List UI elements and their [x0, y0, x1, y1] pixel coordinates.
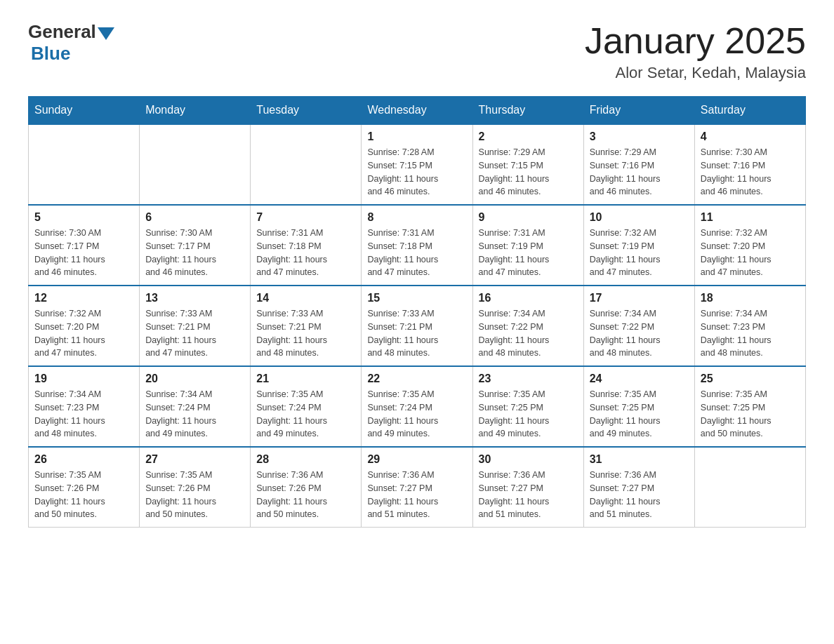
weekday-header-tuesday: Tuesday	[251, 97, 362, 125]
day-number: 13	[145, 292, 244, 304]
page-header: General Blue January 2025 Alor Setar, Ke…	[28, 21, 806, 82]
calendar-week-1: 1Sunrise: 7:28 AM Sunset: 7:15 PM Daylig…	[29, 124, 806, 205]
calendar-cell: 20Sunrise: 7:34 AM Sunset: 7:24 PM Dayli…	[140, 366, 251, 447]
day-info: Sunrise: 7:30 AM Sunset: 7:17 PM Dayligh…	[34, 227, 133, 279]
calendar-cell	[694, 447, 805, 528]
day-info: Sunrise: 7:36 AM Sunset: 7:26 PM Dayligh…	[256, 469, 355, 521]
weekday-header-row: SundayMondayTuesdayWednesdayThursdayFrid…	[29, 97, 806, 125]
calendar-table: SundayMondayTuesdayWednesdayThursdayFrid…	[28, 96, 806, 528]
calendar-cell: 16Sunrise: 7:34 AM Sunset: 7:22 PM Dayli…	[472, 286, 583, 366]
day-info: Sunrise: 7:30 AM Sunset: 7:17 PM Dayligh…	[145, 227, 244, 279]
calendar-cell: 28Sunrise: 7:36 AM Sunset: 7:26 PM Dayli…	[251, 447, 362, 528]
calendar-cell: 19Sunrise: 7:34 AM Sunset: 7:23 PM Dayli…	[29, 366, 140, 447]
day-number: 8	[367, 211, 466, 224]
calendar-cell: 31Sunrise: 7:36 AM Sunset: 7:27 PM Dayli…	[583, 447, 694, 528]
day-number: 27	[145, 453, 244, 466]
day-number: 21	[256, 373, 355, 385]
calendar-cell: 18Sunrise: 7:34 AM Sunset: 7:23 PM Dayli…	[694, 286, 805, 366]
calendar-cell	[251, 124, 362, 205]
day-number: 5	[34, 211, 133, 224]
calendar-week-3: 12Sunrise: 7:32 AM Sunset: 7:20 PM Dayli…	[29, 286, 806, 366]
day-info: Sunrise: 7:31 AM Sunset: 7:19 PM Dayligh…	[479, 227, 578, 279]
calendar-cell: 7Sunrise: 7:31 AM Sunset: 7:18 PM Daylig…	[251, 205, 362, 286]
day-number: 14	[256, 292, 355, 304]
calendar-cell: 26Sunrise: 7:35 AM Sunset: 7:26 PM Dayli…	[29, 447, 140, 528]
day-number: 11	[701, 211, 800, 224]
location-text: Alor Setar, Kedah, Malaysia	[585, 64, 806, 82]
calendar-cell: 23Sunrise: 7:35 AM Sunset: 7:25 PM Dayli…	[472, 366, 583, 447]
day-number: 23	[479, 373, 578, 385]
day-info: Sunrise: 7:35 AM Sunset: 7:25 PM Dayligh…	[479, 388, 578, 441]
calendar-week-5: 26Sunrise: 7:35 AM Sunset: 7:26 PM Dayli…	[29, 447, 806, 528]
day-info: Sunrise: 7:34 AM Sunset: 7:23 PM Dayligh…	[701, 307, 800, 360]
calendar-cell: 29Sunrise: 7:36 AM Sunset: 7:27 PM Dayli…	[362, 447, 472, 528]
day-number: 15	[367, 292, 466, 304]
day-info: Sunrise: 7:32 AM Sunset: 7:19 PM Dayligh…	[590, 227, 689, 279]
day-info: Sunrise: 7:35 AM Sunset: 7:26 PM Dayligh…	[34, 469, 133, 521]
day-number: 9	[479, 211, 578, 224]
day-number: 31	[590, 453, 689, 466]
calendar-cell: 8Sunrise: 7:31 AM Sunset: 7:18 PM Daylig…	[362, 205, 472, 286]
day-number: 29	[367, 453, 466, 466]
day-info: Sunrise: 7:32 AM Sunset: 7:20 PM Dayligh…	[34, 307, 133, 360]
calendar-cell: 9Sunrise: 7:31 AM Sunset: 7:19 PM Daylig…	[472, 205, 583, 286]
day-info: Sunrise: 7:36 AM Sunset: 7:27 PM Dayligh…	[590, 469, 689, 521]
day-info: Sunrise: 7:31 AM Sunset: 7:18 PM Dayligh…	[367, 227, 466, 279]
calendar-week-2: 5Sunrise: 7:30 AM Sunset: 7:17 PM Daylig…	[29, 205, 806, 286]
calendar-cell: 10Sunrise: 7:32 AM Sunset: 7:19 PM Dayli…	[583, 205, 694, 286]
weekday-header-sunday: Sunday	[29, 97, 140, 125]
day-info: Sunrise: 7:36 AM Sunset: 7:27 PM Dayligh…	[367, 469, 466, 521]
day-number: 26	[34, 453, 133, 466]
calendar-cell: 24Sunrise: 7:35 AM Sunset: 7:25 PM Dayli…	[583, 366, 694, 447]
day-info: Sunrise: 7:35 AM Sunset: 7:26 PM Dayligh…	[145, 469, 244, 521]
day-info: Sunrise: 7:35 AM Sunset: 7:24 PM Dayligh…	[256, 388, 355, 441]
logo-blue-text: Blue	[31, 43, 70, 65]
calendar-cell: 15Sunrise: 7:33 AM Sunset: 7:21 PM Dayli…	[362, 286, 472, 366]
calendar-cell: 12Sunrise: 7:32 AM Sunset: 7:20 PM Dayli…	[29, 286, 140, 366]
logo: General Blue	[28, 21, 114, 65]
calendar-week-4: 19Sunrise: 7:34 AM Sunset: 7:23 PM Dayli…	[29, 366, 806, 447]
day-info: Sunrise: 7:29 AM Sunset: 7:16 PM Dayligh…	[590, 146, 689, 199]
day-number: 24	[590, 373, 689, 385]
day-number: 19	[34, 373, 133, 385]
day-number: 16	[479, 292, 578, 304]
day-number: 25	[701, 373, 800, 385]
calendar-cell: 11Sunrise: 7:32 AM Sunset: 7:20 PM Dayli…	[694, 205, 805, 286]
calendar-cell: 17Sunrise: 7:34 AM Sunset: 7:22 PM Dayli…	[583, 286, 694, 366]
title-section: January 2025 Alor Setar, Kedah, Malaysia	[585, 21, 806, 82]
day-info: Sunrise: 7:35 AM Sunset: 7:25 PM Dayligh…	[701, 388, 800, 441]
day-info: Sunrise: 7:34 AM Sunset: 7:23 PM Dayligh…	[34, 388, 133, 441]
day-info: Sunrise: 7:32 AM Sunset: 7:20 PM Dayligh…	[701, 227, 800, 279]
calendar-cell	[29, 124, 140, 205]
day-info: Sunrise: 7:34 AM Sunset: 7:22 PM Dayligh…	[590, 307, 689, 360]
day-info: Sunrise: 7:36 AM Sunset: 7:27 PM Dayligh…	[479, 469, 578, 521]
logo-triangle-icon	[98, 27, 114, 40]
day-number: 22	[367, 373, 466, 385]
day-number: 20	[145, 373, 244, 385]
day-info: Sunrise: 7:33 AM Sunset: 7:21 PM Dayligh…	[256, 307, 355, 360]
day-info: Sunrise: 7:35 AM Sunset: 7:24 PM Dayligh…	[367, 388, 466, 441]
day-info: Sunrise: 7:30 AM Sunset: 7:16 PM Dayligh…	[701, 146, 800, 199]
calendar-cell: 1Sunrise: 7:28 AM Sunset: 7:15 PM Daylig…	[362, 124, 472, 205]
calendar-cell: 21Sunrise: 7:35 AM Sunset: 7:24 PM Dayli…	[251, 366, 362, 447]
weekday-header-wednesday: Wednesday	[362, 97, 472, 125]
calendar-cell: 14Sunrise: 7:33 AM Sunset: 7:21 PM Dayli…	[251, 286, 362, 366]
weekday-header-monday: Monday	[140, 97, 251, 125]
day-number: 10	[590, 211, 689, 224]
day-number: 18	[701, 292, 800, 304]
calendar-cell	[140, 124, 251, 205]
day-info: Sunrise: 7:31 AM Sunset: 7:18 PM Dayligh…	[256, 227, 355, 279]
day-info: Sunrise: 7:35 AM Sunset: 7:25 PM Dayligh…	[590, 388, 689, 441]
calendar-cell: 22Sunrise: 7:35 AM Sunset: 7:24 PM Dayli…	[362, 366, 472, 447]
day-number: 6	[145, 211, 244, 224]
day-number: 4	[701, 130, 800, 143]
day-number: 12	[34, 292, 133, 304]
day-info: Sunrise: 7:34 AM Sunset: 7:24 PM Dayligh…	[145, 388, 244, 441]
calendar-cell: 5Sunrise: 7:30 AM Sunset: 7:17 PM Daylig…	[29, 205, 140, 286]
weekday-header-thursday: Thursday	[472, 97, 583, 125]
calendar-cell: 3Sunrise: 7:29 AM Sunset: 7:16 PM Daylig…	[583, 124, 694, 205]
day-info: Sunrise: 7:33 AM Sunset: 7:21 PM Dayligh…	[367, 307, 466, 360]
day-info: Sunrise: 7:33 AM Sunset: 7:21 PM Dayligh…	[145, 307, 244, 360]
calendar-cell: 27Sunrise: 7:35 AM Sunset: 7:26 PM Dayli…	[140, 447, 251, 528]
calendar-cell: 25Sunrise: 7:35 AM Sunset: 7:25 PM Dayli…	[694, 366, 805, 447]
